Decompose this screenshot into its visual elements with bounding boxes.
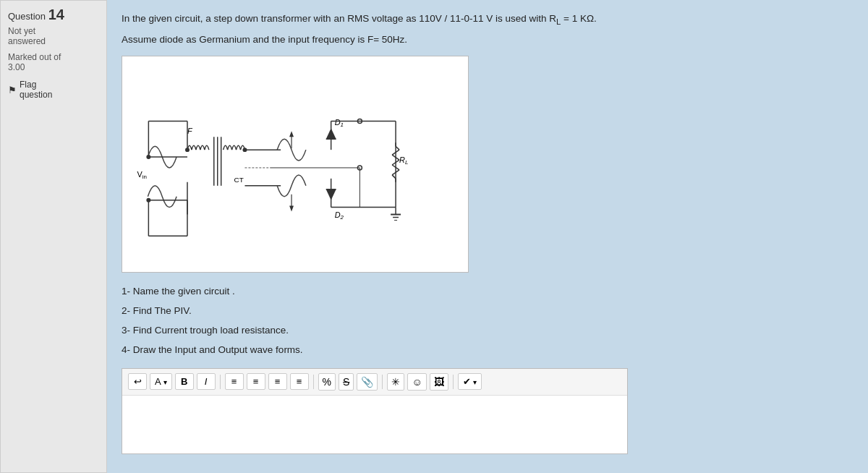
sub-question-3: 3- Find Current trough load resistance. — [122, 320, 854, 340]
sub-question-2: 2- Find The PIV. — [122, 301, 854, 320]
svg-point-55 — [146, 155, 150, 159]
question-status: Not yetanswered — [8, 26, 99, 46]
font-button[interactable]: A ▾ — [150, 373, 172, 390]
attachment-button[interactable]: 📎 — [357, 373, 378, 391]
indent-button[interactable]: ≡ — [268, 373, 287, 390]
ordered-list-button[interactable]: ≡ — [247, 373, 265, 390]
settings-button[interactable]: ✳ — [387, 373, 404, 391]
check-icon: ✔ — [463, 376, 471, 387]
svg-point-56 — [146, 197, 150, 202]
italic-button[interactable]: I — [197, 373, 216, 390]
marked-out-of: Marked out of 3.00 — [8, 52, 99, 72]
sub-question-4: 4- Draw the Input and Output wave forms. — [122, 340, 854, 359]
strikethrough-button[interactable]: S — [339, 373, 354, 391]
svg-point-9 — [185, 148, 190, 152]
check-button[interactable]: ✔ ▾ — [458, 373, 482, 390]
question-label: Question 14 — [8, 7, 99, 23]
flag-icon: ⚑ — [8, 85, 17, 95]
svg-rect-0 — [123, 56, 468, 272]
answer-input-area[interactable] — [122, 396, 627, 453]
question-line1: In the given circuit, a step down transf… — [122, 12, 854, 28]
unordered-list-button[interactable]: ≡ — [225, 373, 244, 390]
sub-questions: 1- Name the given circuit . 2- Find The … — [122, 281, 854, 359]
equation-button[interactable]: % — [318, 373, 336, 391]
question-line2: Assume diode as Germanium and the input … — [122, 33, 854, 47]
separator-3 — [382, 375, 383, 389]
undo-button[interactable]: ↩ — [128, 373, 147, 390]
sub-question-1: 1- Name the given circuit . — [122, 281, 854, 301]
main-content: In the given circuit, a step down transf… — [107, 0, 868, 473]
bold-button[interactable]: B — [175, 373, 194, 390]
separator-2 — [313, 375, 314, 389]
font-dropdown-arrow: ▾ — [163, 378, 167, 386]
circuit-svg: Vin F — [122, 56, 468, 272]
svg-text:CT: CT — [234, 176, 244, 184]
separator-1 — [220, 375, 221, 389]
separator-4 — [453, 375, 454, 389]
circuit-diagram: Vin F — [122, 56, 469, 273]
check-dropdown-arrow: ▾ — [473, 378, 477, 386]
dedent-button[interactable]: ≡ — [290, 373, 309, 390]
answer-editor: ↩ A ▾ B I ≡ ≡ ≡ ≡ % S 📎 ✳ — [122, 368, 628, 454]
editor-toolbar: ↩ A ▾ B I ≡ ≡ ≡ ≡ % S 📎 ✳ — [122, 369, 627, 396]
image-button[interactable]: 🖼 — [430, 373, 448, 391]
question-sidebar: Question 14 Not yetanswered Marked out o… — [0, 0, 107, 473]
flag-question-button[interactable]: ⚑ Flagquestion — [8, 80, 99, 100]
emoji-button[interactable]: ☺ — [407, 373, 426, 391]
question-number: 14 — [48, 7, 64, 22]
